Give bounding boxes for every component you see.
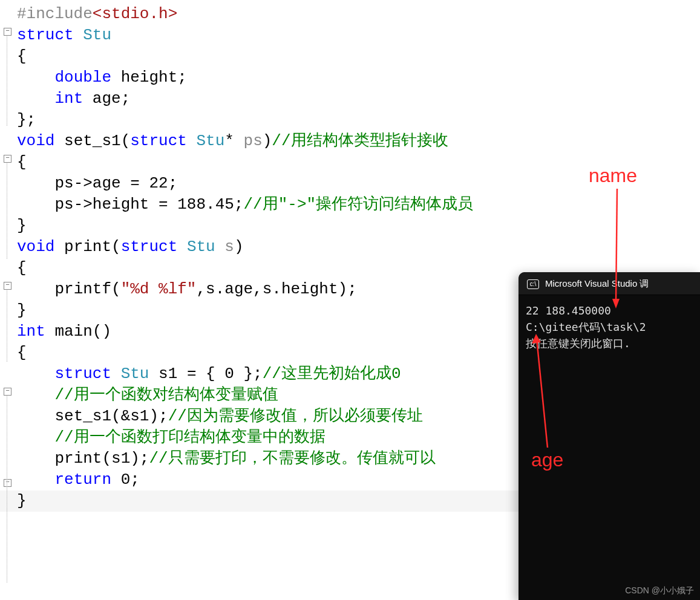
svg-marker-2 [532,334,541,344]
arrow-age [0,0,700,600]
